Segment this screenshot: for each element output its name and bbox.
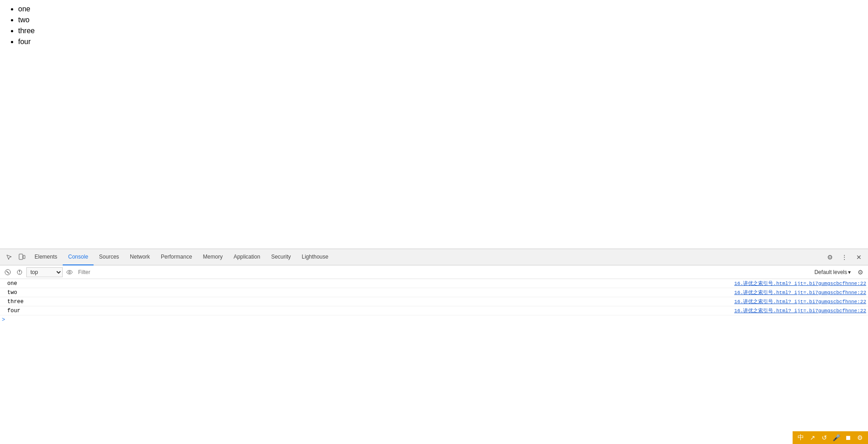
main-list: onetwothreefour [7,4,861,47]
list-item-four: four [18,36,861,47]
devtools-tab-bar: ElementsConsoleSourcesNetworkPerformance… [0,249,868,265]
preserve-log-icon[interactable] [15,267,25,277]
eye-filter-icon[interactable] [64,267,74,277]
close-devtools-icon[interactable]: ✕ [853,252,864,263]
devtools-panel: ElementsConsoleSourcesNetworkPerformance… [0,249,868,444]
more-options-icon[interactable]: ⋮ [839,252,850,263]
context-selector[interactable]: top [26,267,63,277]
tab-sources[interactable]: Sources [94,249,124,265]
console-output: one16.讲优之索引号.html? ijt=.bi7gumgscbcfhnne… [0,279,868,444]
console-prompt-row: > [0,315,868,324]
status-icon-stop[interactable]: ⏹ [843,433,853,442]
clear-console-icon[interactable] [3,267,13,277]
settings-icon[interactable]: ⚙ [824,252,835,263]
list-item-three: three [18,25,861,36]
device-toolbar-icon[interactable] [16,252,27,263]
console-row: four16.讲优之索引号.html? ijt=.bi7gumgscbcfhnn… [0,306,868,315]
tab-performance[interactable]: Performance [155,249,198,265]
status-icon-refresh[interactable]: ↺ [820,433,829,442]
tab-application[interactable]: Application [228,249,266,265]
default-levels-button[interactable]: Default levels ▾ [812,269,853,275]
tab-network[interactable]: Network [124,249,155,265]
devtools-tabs: ElementsConsoleSourcesNetworkPerformance… [29,249,334,265]
console-row-text: two [7,289,734,296]
list-item-two: two [18,15,861,25]
list-item-one: one [18,4,861,15]
console-row-text: four [7,308,734,314]
console-row: three16.讲优之索引号.html? ijt=.bi7gumgscbcfhn… [0,297,868,306]
svg-point-6 [19,273,20,274]
svg-line-3 [6,271,9,274]
svg-point-7 [67,270,72,274]
console-settings-icon[interactable]: ⚙ [855,267,865,277]
console-row-source[interactable]: 16.讲优之索引号.html? ijt=.bi7gumgscbcfhnne:22 [734,289,866,296]
status-icon-mic[interactable]: 🎤 [832,433,841,442]
console-row: one16.讲优之索引号.html? ijt=.bi7gumgscbcfhnne… [0,279,868,288]
console-row: two16.讲优之索引号.html? ijt=.bi7gumgscbcfhnne… [0,288,868,297]
console-row-source[interactable]: 16.讲优之索引号.html? ijt=.bi7gumgscbcfhnne:22 [734,280,866,287]
status-icon-arrow[interactable]: ↗ [808,433,817,442]
tab-memory[interactable]: Memory [198,249,228,265]
tab-security[interactable]: Security [266,249,296,265]
status-bar: 中 ↗ ↺ 🎤 ⏹ ⚙ [793,431,868,444]
console-row-source[interactable]: 16.讲优之索引号.html? ijt=.bi7gumgscbcfhnne:22 [734,298,866,305]
filter-input[interactable] [76,267,810,277]
browser-content: onetwothreefour [0,0,868,249]
svg-point-8 [69,271,70,273]
devtools-filter-bar: top Default levels ▾ ⚙ [0,265,868,279]
console-prompt-icon: > [2,317,8,323]
svg-rect-0 [19,254,23,259]
console-row-text: three [7,299,734,305]
tab-lighthouse[interactable]: Lighthouse [296,249,334,265]
devtools-toolbar-actions: ⚙ ⋮ ✕ [824,252,864,263]
status-icon-settings[interactable]: ⚙ [855,433,864,442]
tab-elements[interactable]: Elements [29,249,63,265]
tab-console[interactable]: Console [63,249,94,265]
inspect-element-icon[interactable] [4,252,15,263]
console-row-text: one [7,280,734,287]
status-icon-zh[interactable]: 中 [796,433,805,442]
svg-rect-1 [23,255,25,259]
console-row-source[interactable]: 16.讲优之索引号.html? ijt=.bi7gumgscbcfhnne:22 [734,307,866,314]
